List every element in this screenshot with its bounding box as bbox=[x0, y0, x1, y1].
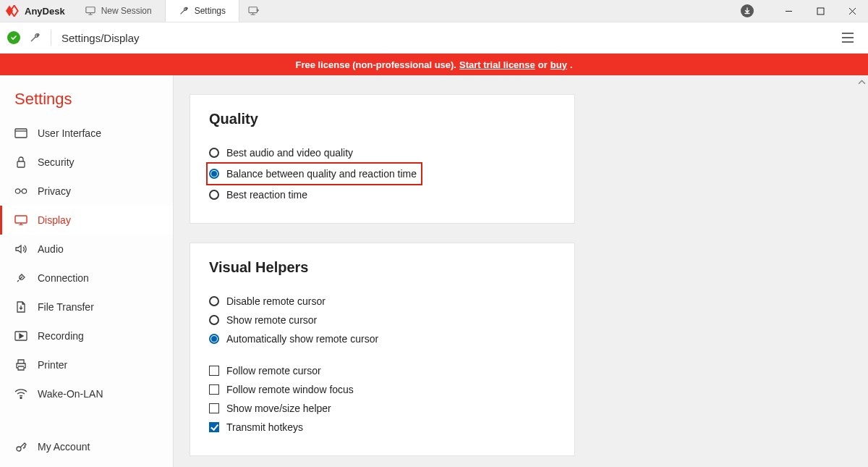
visual-check-follow-window[interactable]: Follow remote window focus bbox=[209, 380, 556, 399]
option-label: Best reaction time bbox=[226, 189, 307, 201]
banner-or: or bbox=[538, 59, 548, 70]
sidebar-item-my-account[interactable]: My Account bbox=[0, 432, 173, 461]
sidebar-item-connection[interactable]: Connection bbox=[0, 264, 173, 293]
svg-rect-4 bbox=[17, 161, 25, 167]
sidebar-item-label: Recording bbox=[38, 330, 84, 342]
record-icon bbox=[14, 331, 27, 341]
banner-tail: . bbox=[570, 59, 573, 70]
sidebar-item-label: Audio bbox=[38, 243, 64, 255]
sidebar-item-label: Connection bbox=[38, 272, 89, 284]
scroll-up-icon[interactable] bbox=[858, 78, 866, 86]
svg-point-5 bbox=[15, 189, 20, 193]
window-controls bbox=[741, 0, 868, 22]
radio-icon bbox=[209, 315, 219, 325]
titlebar: AnyDesk New Session Settings bbox=[0, 0, 868, 22]
quality-section: Quality Best audio and video quality Bal… bbox=[190, 94, 575, 224]
svg-point-9 bbox=[20, 397, 22, 399]
checkbox-icon bbox=[209, 384, 219, 395]
radio-icon bbox=[209, 190, 219, 200]
key-icon bbox=[14, 441, 27, 453]
checkbox-icon bbox=[209, 366, 219, 376]
file-icon bbox=[14, 301, 27, 313]
sidebar-item-label: User Interface bbox=[38, 127, 101, 139]
settings-sidebar: Settings User Interface Security Privacy… bbox=[0, 75, 174, 467]
new-tab-button[interactable] bbox=[239, 0, 268, 22]
wrench-icon[interactable] bbox=[29, 32, 41, 43]
visual-check-hotkeys[interactable]: Transmit hotkeys bbox=[209, 418, 556, 437]
tab-settings[interactable]: Settings bbox=[166, 0, 239, 22]
option-label: Follow remote window focus bbox=[226, 384, 354, 395]
radio-icon bbox=[209, 334, 219, 344]
sidebar-item-user-interface[interactable]: User Interface bbox=[0, 119, 173, 148]
close-button[interactable] bbox=[836, 0, 868, 22]
sidebar-item-wake-on-lan[interactable]: Wake-On-LAN bbox=[0, 379, 173, 408]
breadcrumb: Settings/Display bbox=[61, 32, 140, 44]
toolbar: Settings/Display bbox=[0, 22, 868, 54]
svg-rect-7 bbox=[15, 216, 27, 223]
option-label: Disable remote cursor bbox=[226, 295, 326, 307]
svg-rect-3 bbox=[15, 129, 27, 138]
svg-point-6 bbox=[22, 189, 26, 193]
highlighted-option: Balance between quality and reaction tim… bbox=[206, 162, 422, 185]
visual-radio-auto[interactable]: Automatically show remote cursor bbox=[209, 329, 556, 348]
app-logo: AnyDesk bbox=[0, 5, 72, 17]
sidebar-item-label: Privacy bbox=[38, 185, 71, 197]
sidebar-item-audio[interactable]: Audio bbox=[0, 235, 173, 264]
minimize-button[interactable] bbox=[773, 0, 804, 22]
visual-check-follow-cursor[interactable]: Follow remote cursor bbox=[209, 361, 556, 380]
option-label: Balance between quality and reaction tim… bbox=[226, 168, 417, 180]
quality-option-best-reaction[interactable]: Best reaction time bbox=[209, 185, 556, 204]
start-trial-link[interactable]: Start trial license bbox=[459, 59, 535, 70]
sidebar-item-file-transfer[interactable]: File Transfer bbox=[0, 293, 173, 321]
quality-option-best-av[interactable]: Best audio and video quality bbox=[209, 143, 556, 162]
visual-helpers-section: Visual Helpers Disable remote cursor Sho… bbox=[190, 243, 575, 456]
svg-rect-2 bbox=[817, 8, 824, 14]
option-label: Show move/size helper bbox=[226, 403, 331, 414]
option-label: Transmit hotkeys bbox=[226, 421, 303, 433]
monitor-plus-icon bbox=[248, 6, 260, 16]
plug-icon bbox=[14, 272, 27, 284]
tab-new-session[interactable]: New Session bbox=[72, 0, 166, 22]
visual-radio-disable[interactable]: Disable remote cursor bbox=[209, 292, 556, 311]
visual-radio-show[interactable]: Show remote cursor bbox=[209, 311, 556, 329]
sidebar-item-recording[interactable]: Recording bbox=[0, 321, 173, 350]
option-label: Show remote cursor bbox=[226, 314, 317, 326]
ui-icon bbox=[14, 128, 27, 138]
buy-link[interactable]: buy bbox=[550, 59, 567, 70]
download-status-icon[interactable] bbox=[741, 4, 754, 17]
scrollbar[interactable] bbox=[856, 75, 868, 467]
sidebar-item-label: Wake-On-LAN bbox=[38, 388, 103, 400]
tab-label: Settings bbox=[195, 6, 226, 16]
checkbox-icon bbox=[209, 422, 219, 432]
radio-icon bbox=[209, 169, 219, 179]
sidebar-item-security[interactable]: Security bbox=[0, 148, 173, 177]
lock-icon bbox=[14, 156, 27, 168]
glasses-icon bbox=[14, 188, 27, 195]
sidebar-title: Settings bbox=[0, 84, 173, 119]
option-label: Best audio and video quality bbox=[226, 147, 353, 159]
svg-rect-1 bbox=[249, 7, 257, 13]
checkbox-icon bbox=[209, 403, 219, 413]
wifi-icon bbox=[14, 389, 27, 399]
sidebar-item-label: My Account bbox=[38, 441, 90, 453]
monitor-icon bbox=[85, 6, 95, 16]
license-banner: Free license (non-professional use). Sta… bbox=[0, 54, 868, 75]
tab-label: New Session bbox=[101, 6, 152, 16]
sidebar-item-display[interactable]: Display bbox=[0, 206, 173, 235]
quality-option-balance[interactable]: Balance between quality and reaction tim… bbox=[209, 164, 417, 183]
menu-button[interactable] bbox=[838, 28, 858, 48]
visual-check-move-size[interactable]: Show move/size helper bbox=[209, 399, 556, 418]
wrench-icon bbox=[179, 6, 189, 16]
sidebar-item-label: Printer bbox=[38, 359, 67, 371]
sidebar-item-privacy[interactable]: Privacy bbox=[0, 177, 173, 206]
speaker-icon bbox=[14, 244, 27, 254]
radio-icon bbox=[209, 296, 219, 306]
app-name: AnyDesk bbox=[25, 6, 65, 17]
section-title: Quality bbox=[209, 111, 556, 127]
maximize-button[interactable] bbox=[804, 0, 836, 22]
sidebar-item-label: Security bbox=[38, 156, 75, 168]
svg-rect-0 bbox=[86, 7, 95, 13]
sidebar-item-printer[interactable]: Printer bbox=[0, 350, 173, 379]
sidebar-item-label: File Transfer bbox=[38, 301, 94, 313]
option-label: Follow remote cursor bbox=[226, 365, 321, 376]
